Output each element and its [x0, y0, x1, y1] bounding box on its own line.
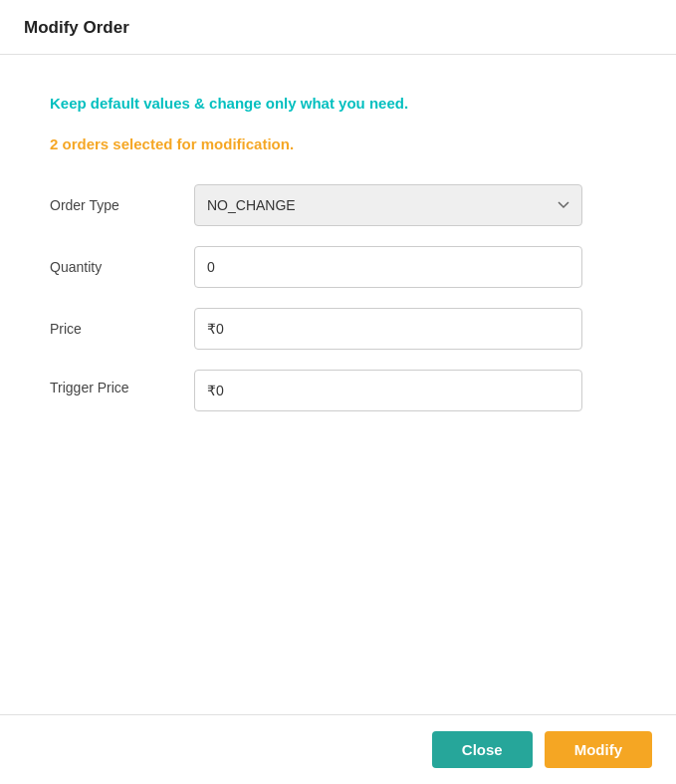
hint-text: Keep default values & change only what y…	[50, 95, 626, 112]
modal-container: Modify Order Keep default values & chang…	[0, 0, 676, 784]
order-type-label: Order Type	[50, 197, 194, 213]
modal-footer: Close Modify	[0, 714, 676, 784]
modal-title: Modify Order	[24, 18, 652, 38]
quantity-row: Quantity	[50, 246, 626, 288]
trigger-price-row: Trigger Price	[50, 370, 626, 411]
modify-button[interactable]: Modify	[545, 731, 652, 768]
orders-selected-text: 2 orders selected for modification.	[50, 135, 626, 152]
price-input[interactable]	[194, 308, 582, 350]
price-row: Price	[50, 308, 626, 350]
modal-body: Keep default values & change only what y…	[0, 55, 676, 714]
quantity-label: Quantity	[50, 259, 194, 275]
order-type-select[interactable]: NO_CHANGE MARKET LIMIT SL SL-M	[194, 184, 582, 226]
close-button[interactable]: Close	[432, 731, 533, 768]
price-label: Price	[50, 321, 194, 337]
trigger-price-input[interactable]	[194, 370, 582, 411]
quantity-input[interactable]	[194, 246, 582, 288]
modal-header: Modify Order	[0, 0, 676, 55]
trigger-price-label: Trigger Price	[50, 370, 194, 395]
order-type-row: Order Type NO_CHANGE MARKET LIMIT SL SL-…	[50, 184, 626, 226]
